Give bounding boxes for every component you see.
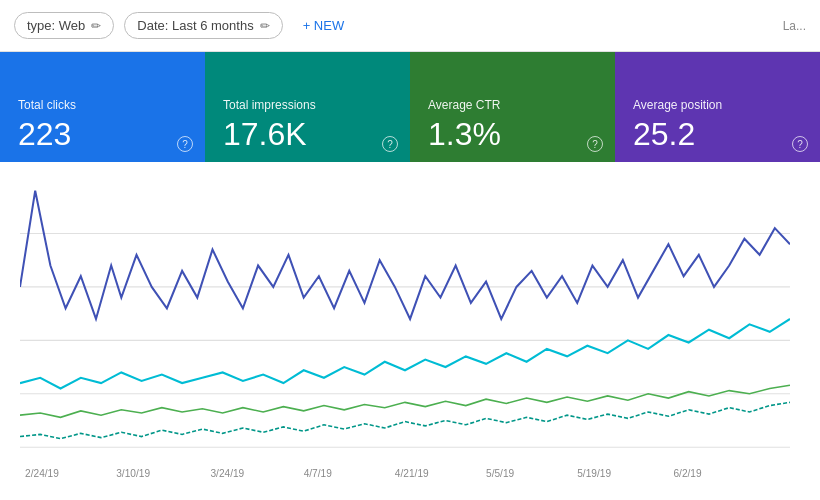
question-icon-ctr: ? [587,136,603,152]
x-label-2: 3/10/19 [116,468,150,479]
stat-value-ctr: 1.3% [428,118,597,150]
x-label-4: 4/7/19 [304,468,332,479]
stat-card-impressions: Total impressions 17.6K ? [205,52,410,162]
type-filter-pill[interactable]: type: Web ✏ [14,12,114,39]
stat-value-clicks: 223 [18,118,187,150]
edit-icon-date: ✏ [260,19,270,33]
x-label-5: 4/21/19 [395,468,429,479]
app-container: type: Web ✏ Date: Last 6 months ✏ + NEW … [0,0,820,500]
stats-row: Total clicks 223 ? Total impressions 17.… [0,52,820,162]
line-chart: 2/24/19 3/10/19 3/24/19 4/7/19 4/21/19 5… [20,180,790,490]
impressions-line [20,319,790,388]
stat-value-position: 25.2 [633,118,802,150]
last-label: La... [783,19,806,33]
new-button[interactable]: + NEW [293,13,355,38]
date-filter-label: Date: Last 6 months [137,18,253,33]
stat-card-position: Average position 25.2 ? [615,52,820,162]
clicks-line [20,191,790,319]
stat-label-impressions: Total impressions [223,98,392,112]
stat-card-clicks: Total clicks 223 ? [0,52,205,162]
x-label-3: 3/24/19 [210,468,244,479]
stat-card-ctr: Average CTR 1.3% ? [410,52,615,162]
edit-icon: ✏ [91,19,101,33]
stat-label-clicks: Total clicks [18,98,187,112]
question-icon-position: ? [792,136,808,152]
stat-label-ctr: Average CTR [428,98,597,112]
x-label-1: 2/24/19 [25,468,59,479]
position-line [20,402,790,438]
x-label-8: 6/2/19 [673,468,701,479]
x-label-7: 5/19/19 [577,468,611,479]
x-label-6: 5/5/19 [486,468,514,479]
question-icon-clicks: ? [177,136,193,152]
chart-area: 2/24/19 3/10/19 3/24/19 4/7/19 4/21/19 5… [0,162,820,500]
stat-value-impressions: 17.6K [223,118,392,150]
ctr-line [20,385,790,417]
toolbar: type: Web ✏ Date: Last 6 months ✏ + NEW … [0,0,820,52]
stat-label-position: Average position [633,98,802,112]
question-icon-impressions: ? [382,136,398,152]
type-filter-label: type: Web [27,18,85,33]
date-filter-pill[interactable]: Date: Last 6 months ✏ [124,12,282,39]
